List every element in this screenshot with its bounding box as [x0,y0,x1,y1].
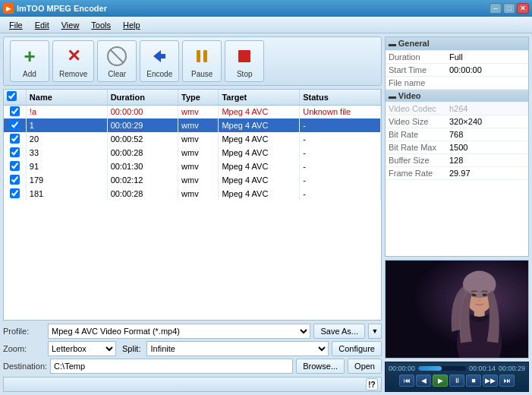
play-button[interactable]: ▶ [433,374,448,387]
next-frame-button[interactable]: ▶▶ [483,374,498,387]
prop-duration: Duration Full [386,50,528,63]
row-checkbox[interactable] [10,134,20,144]
profile-dropdown-arrow[interactable]: ▼ [368,324,382,339]
row-checkbox[interactable] [10,188,20,198]
prop-frame-rate-key: Frame Rate [386,166,446,179]
row-checkbox[interactable] [10,147,20,157]
stop-button[interactable]: Stop [225,40,264,82]
remove-button[interactable]: ✕ Remove [52,40,94,82]
row-checkbox-cell[interactable] [4,118,26,132]
minimize-button[interactable]: ─ [490,3,502,14]
file-table: Name Duration Type Target Status !a 00:0… [4,90,381,201]
col-header-check [4,90,26,105]
preview-svg [386,260,528,359]
table-row[interactable]: 20 00:00:52 wmv Mpeg 4 AVC - [4,132,381,146]
stop-ctrl-button[interactable]: ■ [466,374,481,387]
save-as-button[interactable]: Save As... [313,324,365,339]
video-section-label: Video [398,91,421,100]
video-frame [386,261,528,358]
close-button[interactable]: ✕ [517,3,529,14]
row-status: - [300,160,381,173]
prop-video-codec: Video Codec h264 [386,102,528,115]
table-row[interactable]: 33 00:00:28 wmv Mpeg 4 AVC - [4,146,381,160]
add-icon: + [17,44,42,68]
time-end: 00:00:29 [499,365,525,372]
zoom-label: Zoom: [3,344,45,353]
app-icon: ▶ [3,3,14,14]
row-target: Mpeg 4 AVC [219,118,300,132]
maximize-button[interactable]: □ [503,3,515,14]
main-content: + Add ✕ Remove Clear [0,33,532,395]
skip-back-button[interactable]: ⏮ [399,374,414,387]
menu-file[interactable]: File [3,19,29,31]
row-checkbox-cell[interactable] [4,105,26,118]
row-duration: 00:02:12 [107,173,178,187]
row-checkbox-cell[interactable] [4,173,26,187]
encode-button[interactable]: Encode [140,40,179,82]
pause-icon [190,44,214,68]
browse-button[interactable]: Browse... [296,359,345,374]
row-checkbox-cell[interactable] [4,132,26,146]
row-type: wmv [178,146,219,160]
row-target: Mpeg 4 AVC [219,160,300,173]
pause-button[interactable]: Pause [182,40,222,82]
prop-frame-rate: Frame Rate 29.97 [386,166,528,179]
select-all-checkbox[interactable] [7,91,17,101]
row-type: wmv [178,160,219,173]
row-type: wmv [178,118,219,132]
row-checkbox-cell[interactable] [4,187,26,201]
time-bar-container: 00:00:00 00:00:14 00:00:29 [386,362,528,373]
svg-point-12 [483,293,487,296]
table-row[interactable]: 91 00:01:30 wmv Mpeg 4 AVC - [4,160,381,173]
add-label: Add [23,70,36,78]
general-section-label: General [398,39,430,48]
row-name: 179 [26,173,107,187]
row-status: - [300,187,381,201]
add-button[interactable]: + Add [10,40,49,82]
video-preview [385,260,529,359]
general-toggle[interactable]: ▬ [389,40,398,48]
row-name: 181 [26,187,107,201]
row-checkbox[interactable] [10,106,20,116]
open-button[interactable]: Open [348,359,382,374]
table-row[interactable]: !a 00:00:00 wmv Mpeg 4 AVC Unknown file [4,105,381,118]
profile-select[interactable]: Mpeg 4 AVC Video Format (*.mp4) [48,324,310,339]
table-row[interactable]: 181 00:00:28 wmv Mpeg 4 AVC - [4,187,381,201]
title-bar: ▶ ImTOO MPEG Encoder ─ □ ✕ [0,0,532,17]
row-checkbox[interactable] [10,161,20,171]
help-button[interactable]: !? [366,378,378,390]
col-header-target: Target [219,90,300,105]
time-start: 00:00:00 [389,365,415,372]
time-slider[interactable] [418,366,466,371]
row-checkbox-cell[interactable] [4,146,26,160]
row-checkbox[interactable] [10,175,20,185]
row-checkbox[interactable] [10,120,20,130]
configure-button[interactable]: Configure [332,341,382,356]
split-label: Split: [122,344,140,353]
file-table-container: Name Duration Type Target Status !a 00:0… [3,89,382,321]
prev-frame-button[interactable]: ◀ [416,374,431,387]
status-bar: !? [3,377,382,392]
prop-video-size-value: 320×240 [446,115,528,128]
pause-ctrl-button[interactable]: ⏸ [449,374,464,387]
prop-bit-rate-max: Bit Rate Max 1500 [386,141,528,153]
svg-line-1 [111,50,123,62]
menu-help[interactable]: Help [117,19,146,31]
general-section-header: ▬ General [386,37,528,50]
left-panel: + Add ✕ Remove Clear [3,36,382,392]
split-select[interactable]: Infinite [146,341,329,356]
skip-forward-button[interactable]: ⏭ [499,374,515,387]
table-row[interactable]: 179 00:02:12 wmv Mpeg 4 AVC - [4,173,381,187]
clear-button[interactable]: Clear [97,40,137,82]
remove-label: Remove [59,70,87,78]
menu-view[interactable]: View [55,19,86,31]
video-toggle[interactable]: ▬ [389,92,398,100]
toolbar: + Add ✕ Remove Clear [3,36,382,86]
row-duration: 00:00:28 [107,187,178,201]
row-checkbox-cell[interactable] [4,160,26,173]
zoom-select[interactable]: Letterbox [48,341,116,356]
menu-tools[interactable]: Tools [85,19,117,31]
menu-edit[interactable]: Edit [29,19,55,31]
table-row[interactable]: 1 00:00:29 wmv Mpeg 4 AVC - [4,118,381,132]
destination-input[interactable] [50,359,293,374]
